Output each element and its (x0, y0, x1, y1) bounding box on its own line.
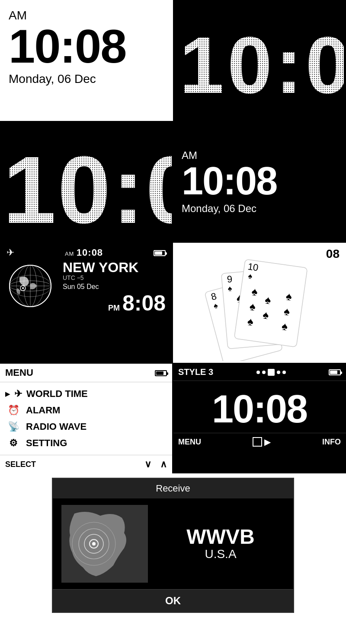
menu-panel: MENU ▶ ✈ WORLD TIME ⏰ ALARM 📡 RADIO WAVE… (0, 364, 173, 473)
menu-arrow-down[interactable]: ∨ (144, 459, 151, 470)
style-info-button[interactable]: INFO (322, 438, 341, 447)
worldtime-day-date: Sun 05 Dec (63, 283, 166, 291)
play-icon: ▶ (5, 390, 10, 397)
worldtime-utc: UTC −5 (63, 274, 166, 281)
receive-info: WWVB U.S.A (157, 527, 285, 561)
style-dot-1 (256, 371, 260, 374)
top-date-display: Monday, 06 Dec (9, 72, 164, 86)
pixel-clock-svg: 10:08 (175, 13, 344, 108)
menu-item-radiowave[interactable]: 📡 RADIO WAVE (5, 419, 167, 435)
worldtime-pm-label: PM (108, 304, 120, 313)
style-square-icon[interactable] (253, 437, 262, 447)
mid-date-display: Monday, 06 Dec (182, 203, 256, 215)
worldtime-header: ✈ AM 10:08 (6, 247, 166, 258)
style-menu-button[interactable]: MENU (178, 438, 201, 447)
radiowave-icon: 📡 (5, 421, 22, 432)
style-footer: MENU ▶ INFO (173, 433, 346, 450)
menu-setting-label: SETTING (26, 438, 67, 449)
menu-title: MENU (5, 367, 33, 378)
svg-rect-2 (175, 13, 344, 108)
menu-style-section: MENU ▶ ✈ WORLD TIME ⏰ ALARM 📡 RADIO WAVE… (0, 363, 346, 473)
menu-item-alarm[interactable]: ⏰ ALARM (5, 402, 167, 419)
receive-map-container (61, 505, 148, 583)
alarm-icon: ⏰ (5, 405, 22, 416)
plane-icon: ✈ (6, 247, 14, 258)
mid-section: 10:08 AM 10:08 Monday, 06 Dec (0, 121, 346, 242)
top-section: AM 10:08 Monday, 06 Dec 10:08 (0, 0, 346, 121)
cards-number: 08 (326, 247, 340, 261)
worldtime-info: NEW YORK UTC −5 Sun 05 Dec PM 8:08 (63, 260, 166, 316)
style-battery-icon (329, 368, 341, 376)
mid-time-display: 10:08 (182, 162, 277, 200)
menu-radiowave-label: RADIO WAVE (26, 421, 86, 432)
receive-section-wrapper: Receive WWVB U.S.A (0, 473, 346, 617)
style-dots (256, 369, 286, 376)
menu-item-setting[interactable]: ⚙ SETTING (5, 435, 167, 451)
settings-icon: ⚙ (5, 438, 22, 449)
globe-container (6, 262, 58, 314)
plane-menu-icon: ✈ (14, 388, 22, 400)
style-dot-active (268, 369, 275, 376)
menu-arrows: ∨ ∧ (144, 459, 167, 470)
worldtime-pm-time: PM 8:08 (63, 291, 166, 316)
menu-worldtime-label: WORLD TIME (26, 388, 88, 400)
style-footer-nav: ▶ (253, 437, 271, 447)
svg-rect-27 (234, 259, 307, 347)
cards-container: 8 ♠ 8 ♠ 9 ♠ ♠ ♠ ♠ (173, 243, 346, 363)
menu-arrow-up[interactable]: ∧ (160, 459, 167, 470)
receive-station: WWVB (186, 527, 254, 547)
worldtime-section: ✈ AM 10:08 (0, 242, 346, 363)
receive-panel: Receive WWVB U.S.A (52, 478, 294, 613)
style-play-icon[interactable]: ▶ (264, 437, 271, 447)
cards-svg: 8 ♠ 8 ♠ 9 ♠ ♠ ♠ ♠ (177, 244, 342, 361)
worldtime-content: NEW YORK UTC −5 Sun 05 Dec PM 8:08 (6, 260, 166, 316)
style-dot-4 (277, 371, 280, 374)
worldtime-battery-icon (154, 249, 166, 257)
style-time-display: 10:08 (173, 381, 346, 433)
style-title: STYLE 3 (178, 367, 213, 377)
receive-body: WWVB U.S.A (53, 498, 293, 589)
menu-header: MENU (0, 364, 172, 382)
top-left-clock: AM 10:08 Monday, 06 Dec (0, 0, 173, 121)
svg-text:9: 9 (227, 273, 233, 285)
style-dot-2 (262, 371, 266, 374)
svg-rect-5 (1, 124, 172, 240)
receive-map-svg (61, 505, 148, 583)
receive-header: Receive (53, 479, 293, 498)
style-dot-5 (282, 371, 286, 374)
worldtime-local-time: 8:08 (122, 291, 166, 316)
receive-footer: OK (53, 589, 293, 612)
mid-pixel-clock-svg: 10:08 (1, 124, 172, 240)
menu-items-list: ▶ ✈ WORLD TIME ⏰ ALARM 📡 RADIO WAVE ⚙ SE… (0, 382, 172, 455)
receive-country: U.S.A (205, 547, 236, 561)
worldtime-top-time: AM 10:08 (65, 247, 103, 258)
style-panel: STYLE 3 10:08 MENU ▶ INFO (173, 364, 346, 473)
receive-ok-button[interactable]: OK (165, 595, 181, 606)
receive-title: Receive (156, 483, 190, 494)
mid-right-clock: AM 10:08 Monday, 06 Dec (173, 122, 346, 242)
mid-left-pixel: 10:08 (0, 122, 173, 242)
menu-footer: SELECT ∨ ∧ (0, 455, 172, 473)
style-header: STYLE 3 (173, 364, 346, 381)
cards-panel: 08 8 ♠ 8 ♠ 9 ♠ ♠ (173, 243, 346, 363)
menu-item-worldtime[interactable]: ▶ ✈ WORLD TIME (5, 386, 167, 402)
globe-svg (6, 262, 54, 310)
svg-point-14 (22, 287, 24, 289)
worldtime-city: NEW YORK (63, 260, 166, 274)
menu-battery-icon (155, 369, 167, 377)
worldtime-panel: ✈ AM 10:08 (0, 243, 173, 363)
top-time-display: 10:08 (9, 22, 164, 70)
top-right-pixel: 10:08 (173, 0, 346, 121)
menu-alarm-label: ALARM (26, 405, 60, 416)
menu-select-label: SELECT (5, 460, 36, 469)
svg-point-43 (92, 542, 96, 546)
